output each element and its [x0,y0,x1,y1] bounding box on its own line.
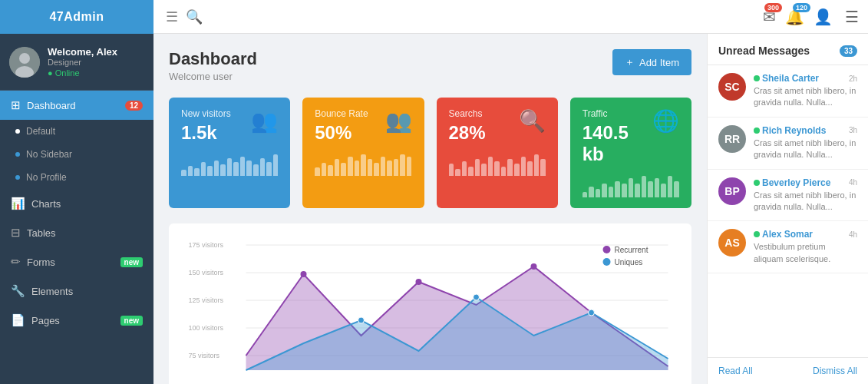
sidebar-item-label-pages: Pages [31,315,60,326]
svg-point-18 [358,317,365,323]
main-layout: Welcome, Alex Designer Online ⊞ Dashboar… [0,34,868,384]
bar [635,184,640,197]
svg-point-16 [531,263,537,270]
elements-icon: 🔧 [11,284,25,298]
pages-new-badge: new [120,316,143,326]
stat-header: Searchs 28% 🔍 [449,108,546,144]
msg-avatar: AS [718,229,746,257]
msg-text: Cras sit amet nibh libero, in gravida nu… [754,85,857,109]
msg-time: 4h [849,230,857,239]
forms-icon: ✏ [11,255,21,269]
messages-list: SC Sheila Carter 2h Cras sit amet nibh l… [708,65,868,273]
bell-badge: 120 [793,3,810,12]
bell-badge-btn[interactable]: 🔔 120 [785,8,804,26]
msg-time: 4h [849,178,857,187]
svg-point-19 [474,294,480,300]
message-item[interactable]: BP Beverley Pierce 4h Cras sit amet nibh… [708,170,868,222]
read-all-link[interactable]: Read All [718,366,753,376]
bar [455,169,460,176]
svg-point-1 [19,53,30,64]
sidebar-item-charts[interactable]: 📊 Charts [0,189,153,218]
bar [507,159,513,176]
dot-icon [15,152,20,157]
stat-value: 1.5k [181,122,231,144]
stat-header: Traffic 140.5 kb 🌐 [583,108,679,165]
bar [602,184,607,197]
bar [501,167,507,176]
bar [648,181,653,197]
email-badge-btn[interactable]: ✉ 300 [763,8,776,26]
stat-value: 28% [449,122,486,144]
msg-name-row: Alex Somar 4h [754,229,857,240]
sidebar-item-dashboard[interactable]: ⊞ Dashboard 12 [0,91,153,120]
sidebar-item-forms[interactable]: ✏ Forms new [0,247,153,276]
bar [609,187,614,197]
bar [655,178,660,197]
svg-text:Uniques: Uniques [615,258,643,266]
sidebar-item-label-no-sidebar: No Sidebar [26,149,72,160]
msg-status-dot [754,180,760,186]
svg-text:150 visitors: 150 visitors [189,269,224,276]
msg-name: Alex Somar [754,229,813,240]
sidebar-item-label-forms: Forms [27,257,55,268]
message-item[interactable]: SC Sheila Carter 2h Cras sit amet nibh l… [708,65,868,118]
bar [361,154,366,176]
plus-icon: ＋ [625,55,635,69]
bar [462,161,467,176]
sidebar-item-label-default: Default [26,126,55,137]
forms-new-badge: new [120,257,143,267]
hamburger-icon[interactable]: ☰ [166,8,178,25]
search-icon[interactable]: 🔍 [186,8,203,25]
msg-status-dot [754,127,760,134]
bar [227,158,233,176]
bar [622,184,627,197]
page-header: Dashboard Welcome user ＋ Add Item [169,49,691,82]
bar [341,163,346,176]
sidebar-item-default[interactable]: Default [0,120,153,143]
bar [540,159,546,176]
message-item[interactable]: RR Rich Reynolds 3h Cras sit amet nibh l… [708,118,868,170]
sidebar-nav: ⊞ Dashboard 12 Default No Sidebar No Pro… [0,91,153,384]
charts-icon: 📊 [11,197,25,210]
bar [335,159,340,176]
user-avatar-icon[interactable]: 👤 [814,8,833,26]
bar [400,154,405,176]
sidebar-item-pages[interactable]: 📄 Pages new [0,306,153,335]
panel-footer: Read All Dismiss All [708,357,868,384]
msg-name: Beverley Pierce [754,177,830,188]
stat-header: New visitors 1.5k 👥 [181,108,278,144]
sidebar-item-tables[interactable]: ⊟ Tables [0,218,153,247]
msg-name-row: Rich Reynolds 3h [754,125,857,136]
sidebar-item-no-sidebar[interactable]: No Sidebar [0,143,153,166]
dot-icon [15,129,20,134]
bar [596,189,601,197]
stat-card-new-visitors: New visitors 1.5k 👥 [169,98,290,208]
msg-name: Rich Reynolds [754,125,826,136]
bar [322,163,327,176]
bar [674,181,679,197]
sidebar-item-no-profile[interactable]: No Profile [0,166,153,189]
sidebar-item-elements[interactable]: 🔧 Elements [0,276,153,306]
more-menu-icon[interactable]: ☰ [845,8,859,26]
chart-area: 175 visitors 150 visitors 125 visitors 1… [169,223,691,384]
add-item-button[interactable]: ＋ Add Item [612,49,691,75]
dismiss-all-link[interactable]: Dismiss All [813,366,857,376]
message-item[interactable]: AS Alex Somar 4h Vestibulum pretium aliq… [708,221,868,273]
bar [534,154,540,176]
stat-chart [449,153,546,176]
bar [481,164,487,176]
bar [188,166,193,176]
sidebar-item-label-elements: Elements [31,286,73,297]
sidebar-user-role: Designer [48,58,117,67]
msg-content: Beverley Pierce 4h Cras sit amet nibh li… [754,177,857,214]
svg-point-15 [416,279,422,285]
bar [475,159,480,176]
unread-title: Unread Messages [718,45,833,57]
dot-icon [15,175,20,180]
email-badge: 300 [764,3,782,12]
stat-card-traffic: Traffic 140.5 kb 🌐 [570,98,691,208]
dashboard-icon: ⊞ [11,98,21,112]
bar [368,159,373,176]
bar [521,157,526,176]
svg-text:75 visitors: 75 visitors [189,352,220,359]
